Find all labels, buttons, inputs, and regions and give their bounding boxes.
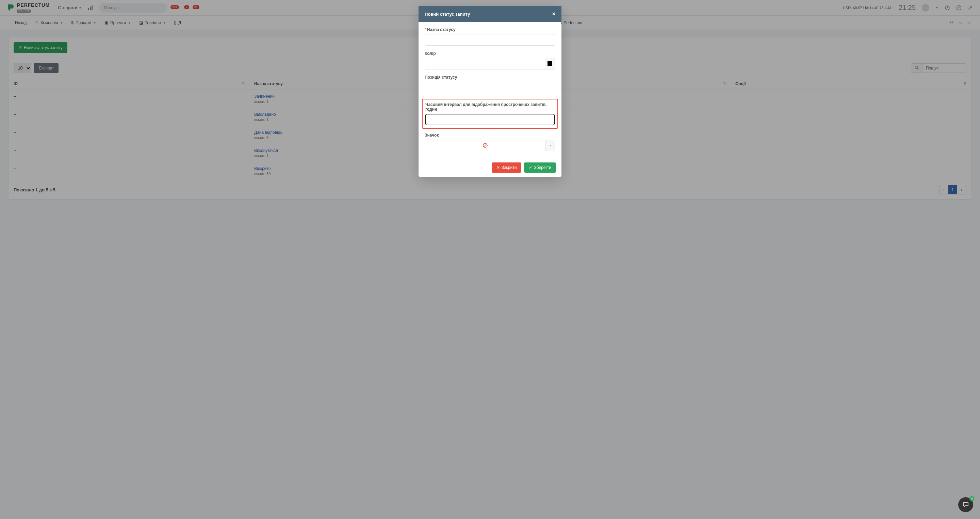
new-status-modal: Новий статус запиту × *Назва статусу Кол… xyxy=(418,6,562,177)
icon-dropdown[interactable]: ▾ xyxy=(545,140,555,151)
caret-down-icon: ▾ xyxy=(550,144,551,147)
save-button[interactable]: ✓ Зберегти xyxy=(524,163,556,172)
icon-preview xyxy=(425,140,545,151)
x-icon: ✕ xyxy=(496,165,500,170)
position-label: Позиція статусу xyxy=(425,75,555,80)
color-input[interactable] xyxy=(425,58,545,69)
modal-header: Новий статус запиту × xyxy=(418,6,562,22)
close-button[interactable]: ✕ Закрити xyxy=(492,163,522,172)
modal-overlay[interactable]: Новий статус запиту × *Назва статусу Кол… xyxy=(0,0,980,207)
color-swatch[interactable] xyxy=(545,58,555,69)
status-name-input[interactable] xyxy=(425,34,555,46)
close-label: Закрити xyxy=(501,165,517,170)
save-label: Зберегти xyxy=(534,165,551,170)
svg-line-10 xyxy=(484,144,487,147)
modal-title: Новий статус запиту xyxy=(425,11,470,17)
check-icon: ✓ xyxy=(529,165,532,170)
icon-label: Значок xyxy=(425,133,555,137)
interval-label: Часовий інтервал для відображення простр… xyxy=(425,102,555,112)
position-input[interactable] xyxy=(425,82,555,93)
close-icon[interactable]: × xyxy=(552,11,555,17)
interval-input[interactable] xyxy=(425,114,555,125)
color-label: Колір xyxy=(425,51,555,56)
interval-group-highlighted: Часовий інтервал для відображення простр… xyxy=(422,99,558,129)
status-name-label: *Назва статусу xyxy=(425,27,555,32)
no-entry-icon xyxy=(483,143,488,148)
